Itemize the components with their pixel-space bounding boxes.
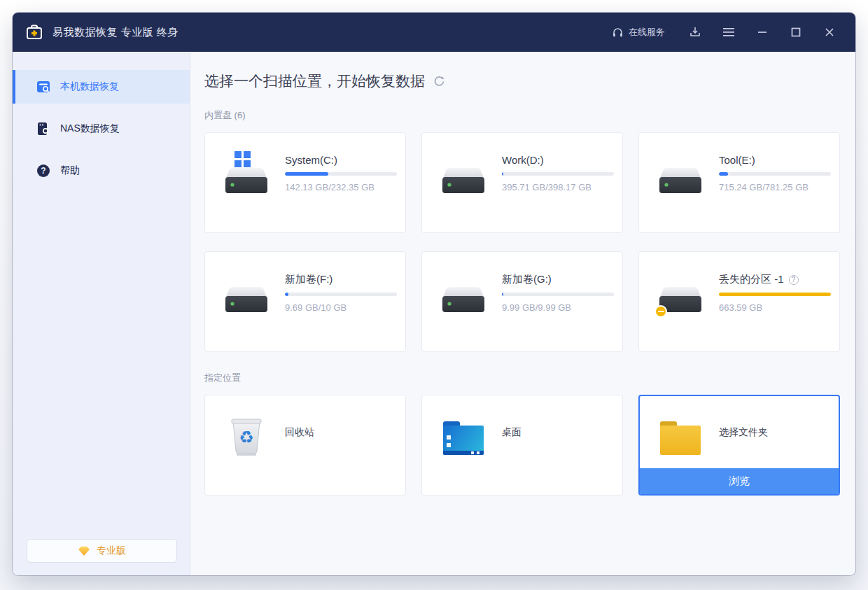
maximize-button[interactable] xyxy=(785,22,806,43)
drive-card-work-d[interactable]: Work(D:) 395.71 GB/398.17 GB xyxy=(421,132,623,233)
close-icon xyxy=(824,27,835,38)
capacity-text: 395.71 GB/398.17 GB xyxy=(502,182,614,192)
sidebar-item-nas-recovery[interactable]: NAS数据恢复 xyxy=(13,112,190,146)
online-service-button[interactable]: 在线服务 xyxy=(612,26,665,38)
download-center-button[interactable] xyxy=(685,22,706,43)
location-card-recycle-bin[interactable]: ♻ 回收站 xyxy=(204,395,406,496)
capacity-bar xyxy=(502,172,614,176)
lost-partition-badge-icon xyxy=(654,305,667,318)
drive-card-tool-e[interactable]: Tool(E:) 715.24 GB/781.25 GB xyxy=(638,132,840,233)
desktop-folder-icon xyxy=(442,416,485,460)
drive-name: Work(D:) xyxy=(502,154,544,166)
drive-name: 丢失的分区 -1 xyxy=(719,273,784,286)
online-service-label: 在线服务 xyxy=(629,26,665,38)
sidebar-item-label: NAS数据恢复 xyxy=(60,122,120,135)
help-icon: ? xyxy=(36,164,50,178)
sidebar-item-local-recovery[interactable]: 本机数据恢复 xyxy=(13,70,190,104)
drive-card-new-volume-g[interactable]: 新加卷(G:) 9.99 GB/9.99 GB xyxy=(421,251,623,352)
capacity-text: 9.69 GB/10 GB xyxy=(285,302,397,313)
sidebar-item-label: 本机数据恢复 xyxy=(60,80,119,93)
question-mark-icon[interactable]: ? xyxy=(789,275,799,285)
headset-icon xyxy=(612,27,624,38)
refresh-icon xyxy=(433,76,445,87)
drive-card-new-volume-f[interactable]: 新加卷(F:) 9.69 GB/10 GB xyxy=(204,251,406,352)
drive-name: 新加卷(G:) xyxy=(502,273,552,286)
capacity-text: 715.24 GB/781.25 GB xyxy=(719,182,831,192)
capacity-text: 9.99 GB/9.99 GB xyxy=(502,302,614,313)
drive-icon xyxy=(659,153,704,197)
maximize-icon xyxy=(790,27,802,38)
menu-button[interactable] xyxy=(718,22,739,43)
drive-card-lost-partition[interactable]: 丢失的分区 -1 ? 663.59 GB xyxy=(638,251,840,352)
sidebar: 本机数据恢复 NAS数据恢复 ? xyxy=(13,52,190,575)
drive-card-system-c[interactable]: System(C:) 142.13 GB/232.35 GB xyxy=(204,132,406,233)
yellow-folder-icon xyxy=(659,416,702,460)
app-logo-icon xyxy=(25,23,43,41)
specified-location-label: 指定位置 xyxy=(204,372,840,384)
internal-disks-label: 内置盘 (6) xyxy=(204,109,840,122)
capacity-bar xyxy=(719,172,831,176)
capacity-text: 142.13 GB/232.35 GB xyxy=(285,182,397,192)
location-label: 选择文件夹 xyxy=(719,426,768,439)
system-drive-icon xyxy=(225,153,270,197)
gem-icon xyxy=(78,546,90,556)
location-label: 回收站 xyxy=(285,426,314,439)
capacity-bar xyxy=(285,172,397,176)
drive-icon xyxy=(442,153,486,197)
location-label: 桌面 xyxy=(502,426,522,439)
download-icon xyxy=(689,26,701,38)
main-content: 选择一个扫描位置，开始恢复数据 内置盘 (6) xyxy=(190,52,855,575)
sidebar-item-help[interactable]: ? 帮助 xyxy=(13,154,190,188)
capacity-bar xyxy=(719,293,831,296)
recycle-bin-icon: ♻ xyxy=(225,416,268,460)
hamburger-menu-icon xyxy=(722,27,735,37)
upgrade-pro-button[interactable]: 专业版 xyxy=(27,539,177,563)
minimize-button[interactable] xyxy=(752,22,773,43)
sidebar-item-label: 帮助 xyxy=(60,164,80,177)
drive-name: Tool(E:) xyxy=(719,154,755,166)
minimize-icon xyxy=(757,27,768,38)
app-title: 易我数据恢复 专业版 终身 xyxy=(52,26,178,39)
location-card-desktop[interactable]: 桌面 xyxy=(421,395,623,496)
location-card-select-folder[interactable]: 选择文件夹 浏览 xyxy=(638,395,840,496)
page-title: 选择一个扫描位置，开始恢复数据 xyxy=(204,71,425,91)
close-button[interactable] xyxy=(819,22,840,43)
location-grid: ♻ 回收站 桌面 xyxy=(204,395,840,496)
refresh-button[interactable] xyxy=(433,76,445,87)
lost-drive-icon xyxy=(659,272,704,316)
capacity-bar xyxy=(502,293,614,296)
drive-grid: System(C:) 142.13 GB/232.35 GB xyxy=(204,132,840,352)
upgrade-label: 专业版 xyxy=(97,545,126,557)
capacity-text: 663.59 GB xyxy=(719,302,831,313)
drive-icon xyxy=(225,272,270,316)
drive-icon xyxy=(442,272,486,316)
app-window: 易我数据恢复 专业版 终身 在线服务 xyxy=(13,13,855,575)
capacity-bar xyxy=(285,293,397,296)
svg-text:♻: ♻ xyxy=(239,428,254,447)
nas-search-icon xyxy=(36,122,50,136)
drive-name: 新加卷(F:) xyxy=(285,273,332,286)
drive-name: System(C:) xyxy=(285,154,337,166)
title-bar: 易我数据恢复 专业版 终身 在线服务 xyxy=(13,13,855,52)
local-drive-search-icon xyxy=(36,80,50,94)
browse-button[interactable]: 浏览 xyxy=(640,468,839,494)
